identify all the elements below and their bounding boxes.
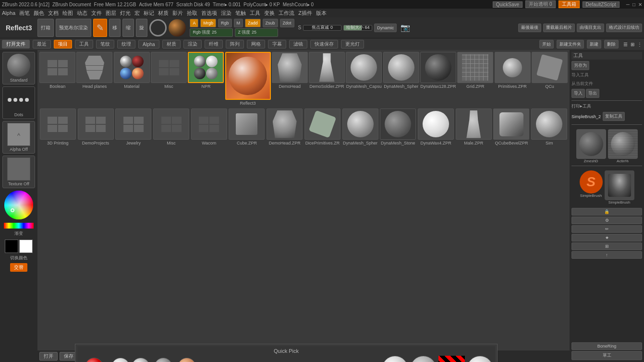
dot-brush[interactable]: Dots: [2, 86, 35, 119]
menu-color[interactable]: 颜色: [34, 10, 44, 17]
tab-array[interactable]: 阵列: [226, 40, 244, 48]
menu-prefs[interactable]: 首选项: [201, 10, 217, 17]
menu-render[interactable]: 渲染: [221, 10, 231, 17]
menu-workflow[interactable]: 工作流: [279, 10, 294, 17]
scale-btn[interactable]: 缩: [122, 19, 134, 37]
browser-item-demohead[interactable]: DemoHead: [272, 52, 308, 106]
browser-item-dynawax128[interactable]: DynaWax128.ZPR: [420, 52, 456, 106]
browser-item-dyna-stone[interactable]: DynaMesh_Stone: [379, 109, 416, 145]
focal-slider[interactable]: 焦点衰减 0: [303, 25, 341, 31]
menu-marker[interactable]: 标记: [144, 10, 154, 17]
qp-item-chrome-a[interactable]: Chrome A: [132, 358, 150, 362]
editbox-btn[interactable]: 打箱: [37, 19, 54, 37]
zdot-btn[interactable]: Zdot: [280, 19, 294, 27]
browser-item-misc-1[interactable]: Misc: [151, 52, 187, 106]
tab-open-file[interactable]: 打开文件: [2, 40, 30, 48]
menu-version[interactable]: 版本: [316, 10, 327, 17]
move-btn[interactable]: 移: [109, 19, 121, 37]
grasswork-btn[interactable]: 草工: [571, 351, 642, 360]
reload-btn[interactable]: 重载最后相片: [543, 24, 575, 32]
grid-view-icon[interactable]: ⊞: [631, 42, 634, 47]
tab-mesh[interactable]: 网格: [247, 40, 265, 48]
mrgb-btn[interactable]: Mrgb: [200, 19, 216, 27]
qp-extra-sphere-right[interactable]: [467, 356, 493, 362]
white-swatch[interactable]: [19, 240, 33, 253]
simple-brush-icon-2[interactable]: SimpleBrush: [605, 170, 634, 205]
browser-item-jewelry[interactable]: Jewelry: [115, 109, 152, 145]
menu-transform[interactable]: 变换: [264, 10, 275, 17]
browser-item-primitives[interactable]: Primitives.ZPR: [494, 52, 530, 106]
browser-item-grid[interactable]: Grid.ZPR: [457, 52, 493, 106]
qp-extra-2[interactable]: [410, 356, 437, 362]
tab-tool[interactable]: 工具: [75, 40, 93, 48]
tab-brush[interactable]: 笔纹: [96, 40, 114, 48]
zsub-btn[interactable]: Zsub: [263, 19, 278, 27]
menu-file[interactable]: 文件: [91, 10, 102, 17]
menu-macro[interactable]: 宏: [134, 10, 140, 17]
new-btn[interactable]: 新建: [587, 40, 601, 48]
lock-icon-btn[interactable]: 🔒: [571, 208, 642, 216]
menu-material[interactable]: 材质: [158, 10, 169, 17]
qp-extra-red-pattern[interactable]: [438, 356, 465, 362]
zadd-btn[interactable]: Zadd: [245, 19, 261, 27]
browser-item-sim[interactable]: Sim: [531, 109, 568, 145]
tab-project[interactable]: 项目: [54, 40, 72, 48]
tab-light[interactable]: 更光灯: [341, 40, 364, 48]
alpha-preview[interactable]: A Alpha Off: [2, 121, 35, 154]
tool-icon-actin[interactable]: Actin%: [608, 129, 638, 163]
browser-item-misc-2[interactable]: Misc: [153, 109, 190, 145]
browser-item-cube[interactable]: Cube.ZPR: [229, 109, 266, 145]
export-btn[interactable]: 导出: [586, 89, 599, 98]
settings-icon-btn[interactable]: ⚙: [571, 217, 642, 224]
rgb-btn[interactable]: Rgb: [218, 19, 232, 27]
tab-quicksave[interactable]: 快速保存: [310, 40, 338, 48]
browser-item-dyna-spher2[interactable]: DynaMesh_Spher: [342, 109, 379, 145]
start-btn[interactable]: 开始: [539, 40, 554, 48]
browser-item-dice[interactable]: DicePrimitives.ZR: [304, 109, 341, 145]
browser-item-dyna-spher1[interactable]: DynaMesh_Spher: [383, 52, 419, 106]
camera-icon[interactable]: 📷: [401, 23, 410, 32]
browser-item-demoprojects[interactable]: DemoProjects: [77, 109, 114, 145]
brush-icon-btn[interactable]: ✏: [571, 225, 642, 233]
tab-texture[interactable]: 纹理: [117, 40, 135, 48]
close-icon[interactable]: ✕: [638, 2, 642, 7]
menu-light[interactable]: 灯光: [120, 10, 131, 17]
copy-tool-btn[interactable]: 复制工具: [603, 112, 625, 121]
browser-item-male[interactable]: Male.ZPR: [455, 109, 492, 145]
save-as-btn[interactable]: 另存为: [571, 61, 589, 70]
maximize-icon[interactable]: □: [632, 2, 635, 7]
exchange-btn[interactable]: 交替: [10, 263, 27, 272]
list-view-icon[interactable]: ☰: [623, 42, 628, 47]
dynamic-btn[interactable]: Dynamic: [374, 24, 397, 32]
extra-btn[interactable]: 由项目支出: [577, 24, 604, 32]
menu-stroke[interactable]: 笔触: [235, 10, 246, 17]
draw-mode-btn[interactable]: ✎: [93, 19, 107, 37]
render-btn[interactable]: 预览布尔渲染: [56, 19, 91, 37]
options-icon[interactable]: ⋮: [637, 42, 642, 47]
last-btn[interactable]: 最後最後: [518, 24, 541, 32]
draw-size-slider[interactable]: 绘制大小 64: [343, 25, 372, 31]
s-control[interactable]: S: [298, 25, 302, 30]
browser-item-material[interactable]: Material: [114, 52, 150, 106]
grid-icon-btn[interactable]: ⊞: [571, 242, 642, 250]
tab-render[interactable]: 渲染: [183, 40, 202, 48]
sphere-preview-icon[interactable]: [169, 19, 186, 36]
open-btn[interactable]: 打开: [39, 352, 58, 361]
a-btn[interactable]: A: [190, 19, 198, 27]
minimize-icon[interactable]: ─: [626, 2, 630, 7]
qp-item-matcap-gray[interactable]: MatCap Gray: [152, 358, 175, 362]
texture-preview[interactable]: Texture Off: [2, 156, 35, 188]
menu-draw[interactable]: 绘图: [62, 10, 73, 17]
menu-dynamics[interactable]: 动态: [77, 10, 87, 17]
browser-item-3dprinting[interactable]: 3D Printing: [39, 109, 76, 145]
browser-item-dynawax4[interactable]: DynaWax4.ZPR: [417, 109, 454, 145]
menu-document[interactable]: 文档: [48, 10, 59, 17]
tab-alpha[interactable]: Alpha: [138, 40, 159, 48]
browser-item-qcu[interactable]: QCu: [532, 52, 568, 106]
brush-preset[interactable]: Standard: [2, 52, 35, 84]
menu-tool[interactable]: 工具: [250, 10, 260, 17]
qp-item-chalk[interactable]: Chalk: [111, 358, 130, 362]
tab-material[interactable]: 材质: [162, 40, 181, 48]
star-icon-btn[interactable]: ★: [571, 234, 642, 241]
menu-brush[interactable]: 画笔: [19, 10, 30, 17]
